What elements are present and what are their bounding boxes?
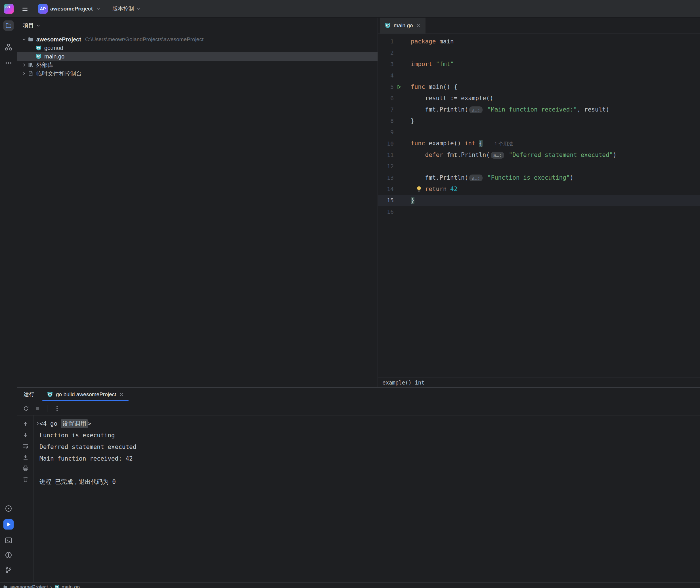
- code-text[interactable]: func example() int {1 个用法: [404, 138, 700, 150]
- code-line-4[interactable]: 4: [378, 70, 700, 81]
- breadcrumb-file[interactable]: main.go: [62, 585, 80, 588]
- console-command-text: <4 go: [39, 420, 61, 427]
- intention-bulb-icon[interactable]: [415, 185, 423, 193]
- more-options-icon[interactable]: [54, 405, 60, 412]
- run-tool-button[interactable]: [3, 519, 14, 530]
- problems-tool-icon[interactable]: [5, 551, 12, 559]
- project-widget[interactable]: AP awesomeProject: [38, 4, 101, 14]
- code-line-5[interactable]: 5func main() {: [378, 81, 700, 93]
- clear-console-icon[interactable]: [22, 476, 29, 483]
- git-tool-icon[interactable]: [5, 566, 12, 574]
- tree-item-go-mod[interactable]: go.mod: [17, 44, 378, 52]
- code-line-8[interactable]: 8}: [378, 115, 700, 127]
- services-tool-icon[interactable]: [5, 505, 12, 513]
- structure-tool-icon[interactable]: [5, 43, 12, 51]
- code-line-16[interactable]: 16: [378, 206, 700, 217]
- console-command-text: >: [88, 420, 91, 427]
- terminal-tool-icon[interactable]: [5, 536, 12, 544]
- code-text[interactable]: return 42: [404, 183, 700, 195]
- code-line-11[interactable]: 11 defer fmt.Println(a…: "Deferred state…: [378, 149, 700, 161]
- line-number: 12: [378, 163, 394, 170]
- chevron-down-icon[interactable]: [21, 37, 27, 42]
- scroll-to-end-icon[interactable]: [22, 454, 29, 461]
- editor-area: main.go 1package main23import "fmt"45fun…: [378, 18, 700, 387]
- tree-item-scratches[interactable]: 临时文件和控制台: [17, 69, 378, 78]
- code-line-13[interactable]: 13 fmt.Println(a…: "Function is executin…: [378, 172, 700, 183]
- code-line-7[interactable]: 7 fmt.Println(a…: "Main function receive…: [378, 104, 700, 115]
- vcs-widget[interactable]: 版本控制: [112, 5, 141, 12]
- indent-spacer: [29, 45, 35, 51]
- code-line-14[interactable]: 14 return 42: [378, 183, 700, 195]
- code-line-15[interactable]: 15}: [378, 195, 700, 206]
- line-number: 9: [378, 129, 394, 136]
- activity-bar: [0, 18, 17, 582]
- line-number: 2: [378, 49, 394, 56]
- usages-inlay[interactable]: 1 个用法: [494, 141, 513, 146]
- run-main-icon[interactable]: [396, 84, 402, 90]
- tree-item-main-go[interactable]: main.go: [17, 52, 378, 61]
- main-menu-icon[interactable]: [22, 5, 28, 12]
- tab-main-go[interactable]: main.go: [380, 18, 426, 33]
- stop-icon[interactable]: [34, 405, 41, 412]
- code-line-12[interactable]: 12: [378, 161, 700, 172]
- breadcrumb-project[interactable]: awesomeProject: [10, 585, 48, 588]
- console-text: Deferred statement executed: [39, 444, 136, 450]
- next-message-icon[interactable]: [22, 432, 29, 438]
- line-number: 4: [378, 72, 394, 79]
- code-token: fmt.Println(: [411, 106, 468, 113]
- console-line: 进程 已完成，退出代码为 0: [39, 476, 700, 488]
- prev-message-icon[interactable]: [22, 421, 29, 427]
- code-text[interactable]: fmt.Println(a…: "Main function received:…: [404, 104, 700, 115]
- more-tool-windows-icon[interactable]: [5, 59, 12, 67]
- folder-icon: [28, 36, 34, 43]
- console-text: Main function received: 42: [39, 455, 133, 462]
- run-tab-go-build[interactable]: go build awesomeProject: [42, 388, 129, 401]
- close-tab-icon[interactable]: [119, 392, 124, 397]
- parameter-hint: a…:: [469, 175, 483, 181]
- code-line-9[interactable]: 9: [378, 127, 700, 138]
- chevron-right-icon[interactable]: [21, 62, 27, 68]
- code-token: [484, 174, 487, 181]
- project-tool-button[interactable]: [3, 20, 14, 31]
- print-icon[interactable]: [22, 465, 29, 472]
- code-token: int: [465, 140, 475, 147]
- line-number: 5: [378, 83, 394, 90]
- run-header: 运行 go build awesomeProject: [17, 388, 700, 401]
- console-wrap: <4 go 设置调用>Function is executingDeferred…: [17, 415, 700, 582]
- code-text[interactable]: package main: [404, 36, 700, 47]
- code-line-3[interactable]: 3import "fmt": [378, 58, 700, 70]
- code-line-2[interactable]: 2: [378, 47, 700, 58]
- run-tab-label: go build awesomeProject: [56, 391, 116, 398]
- code-text[interactable]: fmt.Println(a…: "Function is executing"): [404, 172, 700, 184]
- code-line-10[interactable]: 10func example() int {1 个用法: [378, 138, 700, 149]
- rerun-icon[interactable]: [23, 405, 30, 412]
- tree-item-external-libraries[interactable]: 外部库: [17, 61, 378, 69]
- code-text[interactable]: result := example(): [404, 93, 700, 104]
- chevron-right-icon[interactable]: [21, 71, 27, 76]
- code-text[interactable]: }: [404, 195, 700, 206]
- fold-expand-icon[interactable]: [35, 421, 41, 426]
- code-text[interactable]: func main() {: [404, 81, 700, 93]
- tree-item-project-root[interactable]: awesomeProjectC:\Users\meowr\GolandProje…: [17, 35, 378, 44]
- code-text[interactable]: import "fmt": [404, 58, 700, 70]
- console-text: 进程 已完成，退出代码为 0: [39, 478, 116, 486]
- vcs-label: 版本控制: [112, 5, 134, 12]
- code-text[interactable]: }: [404, 115, 700, 127]
- code-token: func: [411, 140, 425, 147]
- code-token: ): [613, 152, 617, 158]
- code-line-1[interactable]: 1package main: [378, 36, 700, 47]
- code-text[interactable]: defer fmt.Println(a…: "Deferred statemen…: [404, 149, 700, 161]
- editor-code-area[interactable]: 1package main23import "fmt"45func main()…: [378, 34, 700, 377]
- goland-logo-icon[interactable]: GO: [4, 4, 14, 14]
- scratches-and-consoles-icon: [28, 70, 34, 77]
- folded-region[interactable]: 设置调用: [61, 419, 88, 428]
- project-panel-header[interactable]: 项目: [17, 18, 378, 33]
- code-line-6[interactable]: 6 result := example(): [378, 93, 700, 104]
- soft-wrap-icon[interactable]: [22, 443, 29, 450]
- code-token: import: [411, 61, 432, 68]
- code-token: func: [411, 83, 425, 90]
- close-tab-icon[interactable]: [416, 23, 421, 28]
- run-console[interactable]: <4 go 设置调用>Function is executingDeferred…: [34, 415, 700, 582]
- tab-label: main.go: [394, 22, 413, 29]
- code-token: [484, 106, 487, 113]
